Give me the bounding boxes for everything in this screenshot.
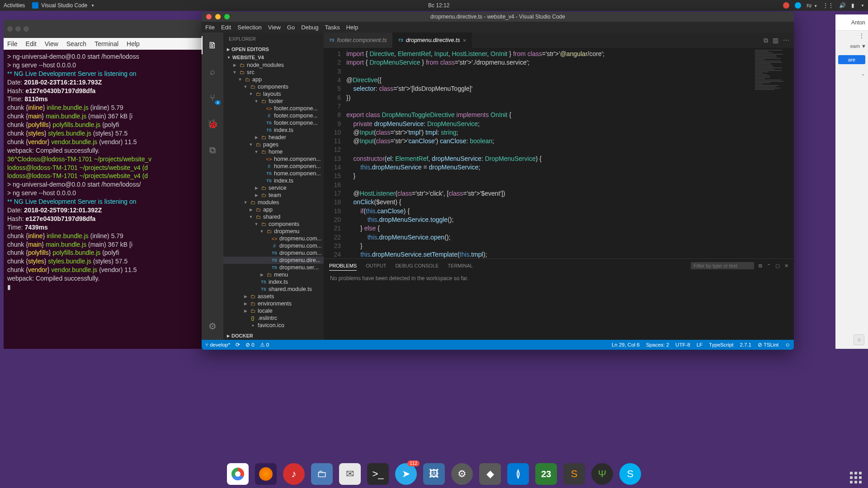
star-icon[interactable]: ☆ (854, 334, 864, 345)
menu-search[interactable]: Search (66, 40, 86, 47)
compare-icon[interactable]: ⧉ (764, 37, 768, 44)
photos-icon[interactable]: 🖼 (423, 463, 445, 485)
tree-item[interactable]: <>home.componen... (223, 155, 324, 163)
tree-item[interactable]: ▼🗀modules (223, 199, 324, 206)
tree-item[interactable]: ▶🗀locale (223, 307, 324, 314)
docker-section[interactable]: ▶DOCKER (223, 332, 324, 340)
menu-debug[interactable]: Debug (301, 24, 318, 31)
menu-go[interactable]: Go (287, 24, 295, 31)
minimap[interactable] (753, 48, 794, 258)
tree-item[interactable]: ∘favicon.ico (223, 322, 324, 329)
maximize-panel-icon[interactable]: ▢ (775, 263, 780, 269)
menu-help[interactable]: Help (127, 40, 140, 47)
mail-icon[interactable]: ✉ (339, 463, 361, 485)
tree-item[interactable]: ▼🗀app (223, 76, 324, 83)
extensions-activity[interactable]: ⧉ (202, 141, 223, 159)
tree-item[interactable]: TSdropmenu.com... (223, 249, 324, 257)
files-icon[interactable]: 🗀 (311, 463, 333, 485)
menu-selection[interactable]: Selection (237, 24, 261, 31)
tree-item[interactable]: <>footer.compone... (223, 105, 324, 112)
menu-view[interactable]: View (268, 24, 281, 31)
indentation[interactable]: Spaces: 2 (646, 342, 669, 347)
tree-item[interactable]: ▼🗀components (223, 221, 324, 228)
editor-tab[interactable]: TSdropmenu.directive.ts× (393, 33, 472, 48)
more-icon[interactable]: ⋮ (835, 31, 868, 41)
panel-tab-terminal[interactable]: TERMINAL (448, 261, 473, 270)
keyboard-layout[interactable]: ru ▼ (807, 2, 817, 9)
panel-tab-debug-console[interactable]: DEBUG CONSOLE (395, 261, 439, 270)
volume-icon[interactable]: 🔊 (839, 2, 846, 9)
tree-item[interactable]: ▶🗀assets (223, 293, 324, 300)
settings-icon[interactable]: ⚙ (451, 463, 473, 485)
tree-item[interactable]: TSfooter.compone... (223, 119, 324, 127)
browser-user[interactable]: Anton (835, 14, 868, 31)
expand-icon[interactable]: ⌃ (861, 73, 865, 80)
telegram-icon[interactable]: ➤112 (395, 463, 417, 485)
menu-file[interactable]: File (205, 24, 215, 31)
sublime-icon[interactable]: S (563, 463, 585, 485)
skype-icon[interactable]: S (619, 463, 641, 485)
activities-button[interactable]: Activities (4, 2, 25, 9)
close-panel-icon[interactable]: ✕ (784, 263, 788, 269)
tree-item[interactable]: ▶🗀app (223, 206, 324, 213)
panel-tab-output[interactable]: OUTPUT (366, 261, 386, 270)
inkscape-icon[interactable]: ◆ (479, 463, 501, 485)
ts-version[interactable]: 2.7.1 (740, 342, 751, 347)
vscode-titlebar[interactable]: dropmenu.directive.ts - website_v4 - Vis… (202, 12, 794, 22)
tree-item[interactable]: ▶🗀service (223, 184, 324, 192)
more-icon[interactable]: ⋯ (783, 37, 789, 44)
editor-tab[interactable]: TSfooter.component.ts (324, 33, 393, 48)
tree-item[interactable]: ▼🗀components (223, 83, 324, 90)
tree-item[interactable]: ▼🗀src (223, 69, 324, 76)
tree-item[interactable]: {}.eslintrc (223, 314, 324, 322)
tree-item[interactable]: TSshared.module.ts (223, 286, 324, 293)
tray-skype-icon[interactable] (795, 2, 801, 9)
tree-item[interactable]: #footer.compone... (223, 112, 324, 119)
wifi-icon[interactable]: ⋮⋮ (823, 2, 834, 9)
tree-item[interactable]: ▶🗀team (223, 192, 324, 199)
tree-item[interactable]: ▶🗀environments (223, 300, 324, 307)
share-button[interactable]: are (838, 55, 865, 64)
tree-item[interactable]: TSindex.ts (223, 278, 324, 286)
language-mode[interactable]: TypeScript (709, 342, 733, 347)
panel-tab-problems[interactable]: PROBLEMS (329, 261, 357, 271)
tree-item[interactable]: ▼🗀footer (223, 98, 324, 105)
tree-item[interactable]: <>dropmenu.com... (223, 235, 324, 242)
errors-count[interactable]: ⊘ 0 (245, 342, 255, 348)
tree-item[interactable]: TSdropmenu.dire... (223, 257, 324, 264)
problems-filter-input[interactable] (691, 262, 754, 269)
battery-icon[interactable]: ▮ (851, 2, 854, 9)
menu-view[interactable]: View (45, 40, 58, 47)
explorer-activity[interactable]: 🗎 (202, 36, 223, 54)
active-app-indicator[interactable]: Visual Studio Code ▼ (32, 2, 94, 9)
git-branch[interactable]: ⑂ develop* (205, 342, 230, 347)
feedback-icon[interactable]: ☺ (785, 342, 790, 347)
firefox-icon[interactable] (255, 463, 277, 485)
tree-item[interactable]: #dropmenu.com... (223, 242, 324, 249)
tree-item[interactable]: ▼🗀layouts (223, 90, 324, 98)
search-activity[interactable]: ⌕ (202, 62, 223, 80)
window-button[interactable] (24, 26, 29, 32)
encoding[interactable]: UTF-8 (675, 342, 690, 347)
chevron-down-icon[interactable]: ▼ (861, 4, 864, 8)
menu-tasks[interactable]: Tasks (325, 24, 340, 31)
tree-item[interactable]: ▼🗀shared (223, 213, 324, 221)
tree-item[interactable]: ▼🗀pages (223, 141, 324, 148)
show-apps-icon[interactable] (850, 472, 862, 483)
scm-activity[interactable]: ⑂4 (202, 89, 223, 107)
tree-item[interactable]: TSindex.ts (223, 177, 324, 184)
vscode-dock-icon[interactable]: ≬ (507, 463, 529, 485)
terminal-icon[interactable]: >_ (367, 463, 389, 485)
split-editor-icon[interactable]: ▥ (773, 37, 778, 44)
menu-help[interactable]: Help (346, 24, 359, 31)
menu-edit[interactable]: Edit (26, 40, 37, 47)
settings-activity[interactable]: ⚙ (202, 317, 223, 335)
cursor-position[interactable]: Ln 29, Col 6 (612, 342, 640, 347)
chrome-icon[interactable] (227, 463, 249, 485)
project-section[interactable]: ▼WEBSITE_V4 (223, 53, 324, 61)
warnings-count[interactable]: ⚠ 0 (260, 342, 269, 348)
window-button[interactable] (15, 26, 21, 32)
panel-icon[interactable]: ⧉ (759, 263, 762, 269)
open-editors-section[interactable]: ▶OPEN EDITORS (223, 45, 324, 53)
debug-activity[interactable]: 🐞 (202, 115, 223, 133)
